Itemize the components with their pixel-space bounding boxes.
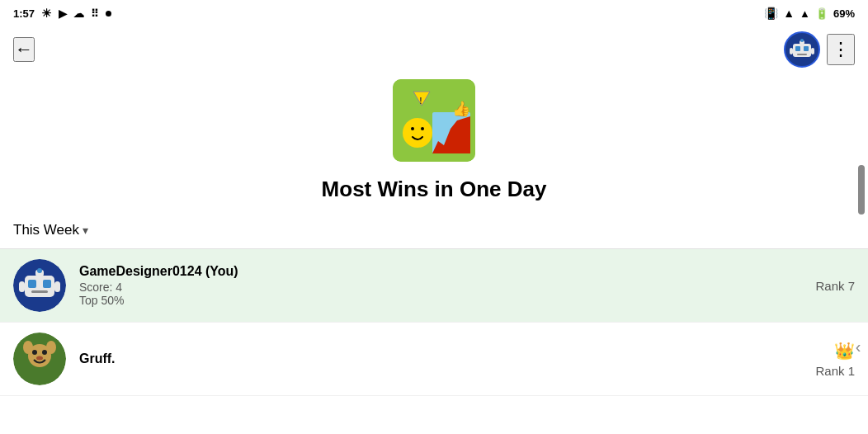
achievement-section: ! 👍 Most Wins in One Day — [0, 73, 868, 215]
player-name-top: Gruff. — [79, 351, 815, 366]
svg-rect-4 — [797, 54, 807, 55]
svg-point-33 — [36, 356, 43, 361]
achievement-title: Most Wins in One Day — [322, 177, 547, 202]
signal-icon: ▲ — [800, 7, 810, 20]
status-bar: 1:57 ☀ ▶ ☁ ⠿ 📳 ▲ ▲ 🔋 69% — [0, 0, 868, 26]
svg-point-14 — [421, 127, 424, 130]
svg-rect-25 — [19, 281, 25, 292]
top-nav: ← ⋮ — [0, 26, 868, 73]
filter-label: This Week — [13, 222, 79, 238]
svg-text:!: ! — [419, 97, 422, 106]
rank-text-self: Rank 7 — [815, 279, 855, 293]
leaderboard-item-self: GameDesigner0124 (You) Score: 4 Top 50% … — [0, 249, 868, 323]
leaderboard-item-top: Gruff. 👑 Rank 1 — [0, 323, 868, 396]
achievement-icon: ! 👍 — [393, 79, 475, 162]
svg-point-31 — [23, 341, 33, 354]
player-score-self: Score: 4 — [79, 281, 815, 294]
achievement-image: ! 👍 — [393, 79, 475, 162]
player-percentile-self: Top 50% — [79, 294, 815, 307]
svg-rect-7 — [790, 48, 793, 54]
more-options-button[interactable]: ⋮ — [827, 34, 855, 65]
rank-section-self: Rank 7 — [815, 279, 855, 293]
nav-right: ⋮ — [784, 31, 855, 68]
svg-point-24 — [37, 268, 42, 273]
svg-rect-21 — [43, 280, 51, 288]
leaderboard: GameDesigner0124 (You) Score: 4 Top 50% … — [0, 249, 868, 396]
svg-point-29 — [32, 350, 37, 355]
player-name-self: GameDesigner0124 (You) — [79, 264, 815, 279]
svg-point-6 — [800, 39, 804, 42]
youtube-icon: ▶ — [59, 7, 67, 20]
status-right: 📳 ▲ ▲ 🔋 69% — [764, 7, 855, 20]
player-avatar-gruff-icon — [13, 333, 66, 385]
scrollbar[interactable] — [858, 165, 865, 215]
chevron-left-icon: ‹ — [856, 337, 861, 356]
time-filter-dropdown[interactable]: This Week ▾ — [13, 222, 88, 238]
cloud-icon: ☁ — [73, 7, 84, 20]
svg-point-32 — [46, 341, 56, 354]
battery-icon: 🔋 — [815, 7, 828, 20]
wifi-icon: ▲ — [783, 7, 795, 20]
time-display: 1:57 — [13, 7, 35, 20]
chevron-down-icon: ▾ — [83, 224, 88, 237]
svg-point-12 — [403, 118, 432, 148]
svg-rect-2 — [795, 46, 800, 51]
player-avatar-robot-icon — [13, 259, 66, 312]
svg-rect-8 — [811, 48, 814, 54]
back-button[interactable]: ← — [13, 37, 35, 62]
avatar-robot-icon — [786, 34, 818, 65]
player-avatar-self — [13, 259, 66, 312]
vibrate-icon: 📳 — [764, 7, 778, 20]
svg-point-13 — [411, 127, 414, 130]
player-info-self: GameDesigner0124 (You) Score: 4 Top 50% — [79, 264, 815, 307]
svg-rect-3 — [804, 46, 809, 51]
svg-rect-20 — [28, 280, 36, 288]
collapse-panel-button[interactable]: ‹ — [848, 314, 868, 380]
dot-icon — [106, 11, 111, 17]
svg-rect-26 — [54, 281, 60, 292]
filter-row: This Week ▾ — [0, 215, 868, 248]
svg-text:👍: 👍 — [452, 100, 471, 118]
svg-point-30 — [42, 350, 47, 355]
player-info-top: Gruff. — [79, 351, 815, 366]
svg-rect-22 — [31, 290, 48, 293]
grid-icon: ⠿ — [91, 7, 99, 20]
brightness-icon: ☀ — [41, 7, 52, 20]
status-left: 1:57 ☀ ▶ ☁ ⠿ — [13, 7, 111, 20]
battery-percent: 69% — [833, 7, 855, 20]
user-avatar[interactable] — [784, 31, 820, 68]
player-avatar-top — [13, 333, 66, 385]
